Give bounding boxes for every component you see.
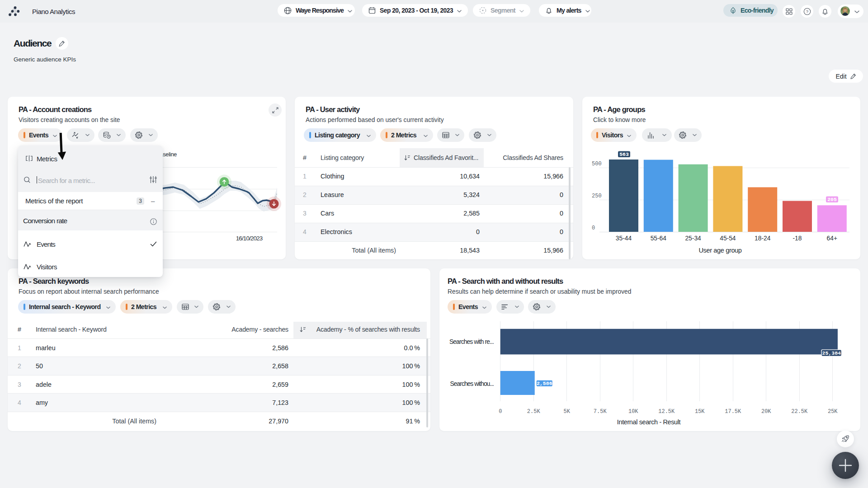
svg-text:7.5K: 7.5K [594,408,607,415]
svg-text:22.5K: 22.5K [791,408,808,415]
svg-text:15K: 15K [695,408,705,415]
svg-text:205: 205 [827,197,837,202]
svg-text:0: 0 [499,408,502,415]
svg-text:25K: 25K [828,408,838,415]
svg-text:64+: 64+ [827,235,837,242]
svg-text:Searches withou...: Searches withou... [450,380,494,387]
svg-text:Internal search - Result: Internal search - Result [617,418,681,426]
svg-text:2,586: 2,586 [537,380,552,386]
svg-text:20K: 20K [761,408,771,415]
svg-text:10K: 10K [628,408,638,415]
svg-text:25-34: 25-34 [685,235,701,242]
svg-text:35-44: 35-44 [616,235,632,242]
svg-text:-18: -18 [793,235,802,242]
svg-text:250: 250 [592,193,602,199]
svg-text:User age group: User age group [698,247,741,254]
svg-text:5K: 5K [564,408,571,415]
svg-text:12.5K: 12.5K [658,408,675,415]
svg-text:55-64: 55-64 [651,235,667,242]
svg-text:25,384: 25,384 [822,350,841,356]
svg-text:2.5K: 2.5K [527,408,541,415]
svg-text:?: ? [806,9,808,14]
svg-text:563: 563 [619,151,629,157]
svg-text:18-24: 18-24 [755,235,771,242]
svg-text:16/10/2023: 16/10/2023 [236,235,263,242]
svg-text:500: 500 [592,161,602,167]
svg-text:17.5K: 17.5K [725,408,741,415]
svg-text:Searches with re...: Searches with re... [449,338,494,345]
svg-text:45-54: 45-54 [720,235,736,242]
svg-text:0: 0 [592,225,595,231]
